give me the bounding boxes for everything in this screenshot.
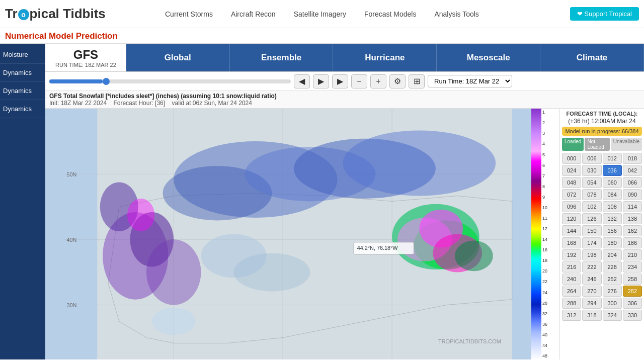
next-button[interactable]: ▶ [332, 74, 348, 88]
forecast-hour-btn[interactable]: 024 [562, 165, 581, 176]
forecast-hour-btn[interactable]: 234 [623, 261, 642, 273]
forecast-hour-btn[interactable]: 198 [582, 249, 601, 260]
prev-button[interactable]: ◀ [294, 74, 310, 88]
map-container[interactable]: 50N 40N 30N [45, 109, 531, 359]
settings-button[interactable]: ⚙ [389, 74, 406, 88]
forecast-hour-btn[interactable]: 312 [562, 310, 581, 321]
forecast-hour-btn[interactable]: 204 [603, 249, 622, 260]
forecast-hour-btn[interactable]: 228 [603, 261, 622, 273]
colorbar-label: 10 [542, 205, 547, 210]
tab-climate[interactable]: Climate [540, 44, 644, 71]
forecast-hour-btn[interactable]: 288 [562, 298, 581, 309]
sidebar-item-dynamics1[interactable]: Dy​namics [0, 64, 45, 82]
forecast-hour-btn[interactable]: 174 [582, 237, 601, 248]
nav-forecast-models[interactable]: Forecast Models [355, 6, 425, 22]
colorbar-label: 6 [542, 163, 547, 168]
forecast-hour-btn[interactable]: 264 [562, 286, 581, 297]
model-area: GFS RUN TIME: 18Z MAR 22 Global Ensemble… [45, 44, 644, 72]
forecast-hour-btn[interactable]: 186 [623, 237, 642, 248]
forecast-hour-btn[interactable]: 084 [603, 189, 622, 200]
sidebar-item-dynamics2[interactable]: Dy​namics [0, 82, 45, 100]
forecast-hour-btn[interactable]: 030 [582, 165, 601, 176]
forecast-hour-btn[interactable]: 054 [582, 177, 601, 188]
forecast-hour-btn[interactable]: 156 [603, 225, 622, 236]
nav-aircraft-recon[interactable]: Aircraft Recon [222, 6, 285, 22]
forecast-hour-btn[interactable]: 048 [562, 177, 581, 188]
forecast-hour-btn[interactable]: 324 [603, 310, 622, 321]
logo-icon: o [18, 9, 29, 20]
tab-hurricane[interactable]: Hurricane [333, 44, 437, 71]
forecast-hour-btn[interactable]: 168 [562, 237, 581, 248]
support-button[interactable]: ❤ Support Tropical [570, 7, 639, 21]
forecast-hour-btn[interactable]: 036 [603, 165, 622, 176]
forecast-hour-btn[interactable]: 216 [562, 261, 581, 273]
forecast-hour-btn[interactable]: 150 [582, 225, 601, 236]
tab-ensemble[interactable]: Ensemble [230, 44, 334, 71]
forecast-hour-btn[interactable]: 090 [623, 189, 642, 200]
svg-text:44.2°N, 76.18°W: 44.2°N, 76.18°W [357, 245, 398, 251]
svg-point-14 [127, 199, 154, 231]
forecast-hour-btn[interactable]: 132 [603, 213, 622, 224]
colorbar-label: 2 [542, 120, 547, 125]
timeline-handle[interactable] [103, 78, 110, 85]
forecast-hour-btn[interactable]: 078 [582, 189, 601, 200]
forecast-hour-btn[interactable]: 294 [582, 298, 601, 309]
forecast-hour-btn[interactable]: 180 [603, 237, 622, 248]
play-button[interactable]: ▶ [313, 74, 329, 88]
tab-global[interactable]: Global [126, 44, 230, 71]
nav-satellite-imagery[interactable]: Satellite Imagery [285, 6, 355, 22]
forecast-hour-btn[interactable]: 270 [582, 286, 601, 297]
center-panel: GFS RUN TIME: 18Z MAR 22 Global Ensemble… [45, 44, 644, 359]
colorbar-gradient [531, 109, 541, 359]
svg-point-19 [343, 130, 496, 196]
sidebar-item-moisture[interactable]: Moisture [0, 46, 45, 64]
nav-current-storms[interactable]: Current Storms [156, 6, 222, 22]
forecast-hour-btn[interactable]: 042 [623, 165, 642, 176]
nav-analysis-tools[interactable]: Analysis Tools [425, 6, 488, 22]
grid-button[interactable]: ⊞ [409, 74, 425, 88]
forecast-hour-btn[interactable]: 306 [623, 298, 642, 309]
forecast-hour-btn[interactable]: 066 [623, 177, 642, 188]
forecast-hour-btn[interactable]: 210 [623, 249, 642, 260]
map-forecast-hour: Forecast Hour: [36] [113, 100, 165, 107]
model-status-badge: Model run in progress: 66/384 [562, 127, 642, 136]
forecast-hour-btn[interactable]: 246 [582, 274, 601, 285]
forecast-hour-btn[interactable]: 102 [582, 201, 601, 212]
colorbar-label: 16 [542, 247, 547, 252]
zoom-out-button[interactable]: − [351, 74, 367, 88]
forecast-hour-btn[interactable]: 138 [623, 213, 642, 224]
forecast-hour-btn[interactable]: 300 [603, 298, 622, 309]
colorbar-label: 3 [542, 131, 547, 136]
forecast-hour-btn[interactable]: 252 [603, 274, 622, 285]
forecast-hour-btn[interactable]: 126 [582, 213, 601, 224]
forecast-hour-btn[interactable]: 096 [562, 201, 581, 212]
forecast-hour-btn[interactable]: 000 [562, 153, 581, 164]
forecast-hour-btn[interactable]: 330 [623, 310, 642, 321]
forecast-hour-btn[interactable]: 114 [623, 201, 642, 212]
forecast-hour-btn[interactable]: 282 [623, 286, 642, 297]
timeline-slider[interactable] [49, 79, 291, 83]
forecast-hour-btn[interactable]: 012 [603, 153, 622, 164]
forecast-hour-btn[interactable]: 240 [562, 274, 581, 285]
playback-controls: ◀ ▶ ▶ − + ⚙ ⊞ Run Time: 18Z Mar 22 [45, 72, 644, 91]
forecast-hour-btn[interactable]: 120 [562, 213, 581, 224]
forecast-hour-btn[interactable]: 060 [603, 177, 622, 188]
forecast-hour-btn[interactable]: 162 [623, 225, 642, 236]
forecast-hour-btn[interactable]: 318 [582, 310, 601, 321]
forecast-hour-btn[interactable]: 258 [623, 274, 642, 285]
forecast-hour-btn[interactable]: 192 [562, 249, 581, 260]
zoom-in-button[interactable]: + [370, 74, 386, 88]
forecast-hour-btn[interactable]: 018 [623, 153, 642, 164]
forecast-hour-btn[interactable]: 006 [582, 153, 601, 164]
run-time-select[interactable]: Run Time: 18Z Mar 22 [428, 75, 512, 87]
colorbar-label: 20 [542, 268, 547, 274]
tab-mesoscale[interactable]: Mesoscale [437, 44, 540, 71]
forecast-hour-btn[interactable]: 072 [562, 189, 581, 200]
header: Tropical Tidbits Current Storms Aircraft… [0, 0, 644, 28]
forecast-hour-btn[interactable]: 144 [562, 225, 581, 236]
forecast-hour-btn[interactable]: 276 [603, 286, 622, 297]
forecast-hour-btn[interactable]: 222 [582, 261, 601, 273]
sidebar-item-dynamics3[interactable]: Dy​namics [0, 100, 45, 118]
legend-not-loaded: Not Loaded [585, 138, 609, 151]
forecast-hour-btn[interactable]: 108 [603, 201, 622, 212]
